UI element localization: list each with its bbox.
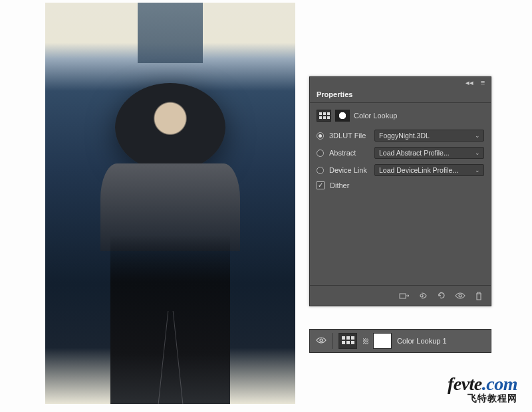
watermark-subtitle: 飞特教程网	[448, 393, 517, 403]
properties-panel: ◂◂ ≡ Properties Color Lookup 3DLUT File …	[309, 76, 491, 306]
dropdown-3dlut[interactable]: FoggyNight.3DL ⌄	[374, 130, 484, 142]
reset-icon[interactable]	[436, 291, 447, 300]
panel-spacer	[317, 195, 484, 281]
svg-point-1	[420, 294, 423, 297]
adjustment-header: Color Lookup	[317, 110, 484, 122]
layer-name: Color Lookup 1	[397, 337, 447, 345]
document-canvas	[45, 3, 295, 404]
artwork-band	[138, 3, 203, 63]
radio-devicelink[interactable]	[317, 167, 324, 174]
layer-visibility-icon[interactable]	[315, 336, 327, 346]
label-dither: Dither	[330, 181, 349, 189]
option-devicelink: Device Link Load DeviceLink Profile... ⌄	[317, 164, 484, 176]
dropdown-abstract[interactable]: Load Abstract Profile... ⌄	[374, 147, 484, 159]
option-abstract: Abstract Load Abstract Profile... ⌄	[317, 147, 484, 159]
trash-icon[interactable]	[473, 291, 484, 300]
layer-mask-thumb[interactable]	[373, 333, 392, 349]
dropdown-devicelink[interactable]: Load DeviceLink Profile... ⌄	[374, 164, 484, 176]
panel-title: Properties	[310, 86, 491, 103]
svg-point-2	[459, 294, 462, 297]
svg-point-3	[320, 339, 323, 342]
dropdown-abstract-value: Load Abstract Profile...	[379, 149, 450, 157]
panel-footer	[310, 285, 491, 306]
adjustment-name: Color Lookup	[354, 112, 397, 120]
label-3dlut: 3DLUT File	[329, 132, 369, 140]
watermark: fevte.com 飞特教程网	[448, 375, 517, 403]
watermark-brand: fevte.com	[448, 375, 517, 393]
panel-menu-icon[interactable]: ≡	[479, 78, 487, 86]
panel-body: Color Lookup 3DLUT File FoggyNight.3DL ⌄…	[310, 103, 491, 285]
lut-grid-icon[interactable]	[317, 110, 331, 122]
radio-abstract[interactable]	[317, 150, 324, 157]
panel-controls: ◂◂ ≡	[310, 77, 491, 86]
chevron-down-icon: ⌄	[475, 150, 480, 156]
label-abstract: Abstract	[329, 149, 369, 157]
collapse-icon[interactable]: ◂◂	[466, 78, 473, 86]
checkbox-dither[interactable]	[317, 181, 325, 189]
option-dither: Dither	[317, 181, 484, 189]
clip-to-layer-icon[interactable]	[399, 291, 410, 300]
divider	[332, 333, 333, 349]
layer-adjustment-thumb[interactable]	[338, 333, 357, 349]
link-icon[interactable]: ⛓	[362, 338, 368, 345]
mask-thumb-icon[interactable]	[335, 110, 350, 122]
chevron-down-icon: ⌄	[475, 167, 480, 173]
dropdown-devicelink-value: Load DeviceLink Profile...	[379, 166, 458, 174]
svg-rect-0	[400, 294, 406, 298]
layer-row[interactable]: ⛓ Color Lookup 1	[309, 329, 491, 353]
artwork	[45, 3, 295, 404]
watermark-brand-text: fevte	[448, 373, 482, 394]
radio-3dlut[interactable]	[317, 132, 324, 140]
artwork-road	[110, 235, 230, 404]
option-3dlut: 3DLUT File FoggyNight.3DL ⌄	[317, 130, 484, 142]
view-previous-icon[interactable]	[418, 291, 428, 300]
artwork-head	[115, 83, 225, 171]
dropdown-3dlut-value: FoggyNight.3DL	[379, 132, 430, 140]
visibility-icon[interactable]	[455, 291, 466, 300]
chevron-down-icon: ⌄	[475, 132, 480, 139]
watermark-domain: .com	[482, 373, 517, 394]
label-devicelink: Device Link	[329, 166, 369, 174]
